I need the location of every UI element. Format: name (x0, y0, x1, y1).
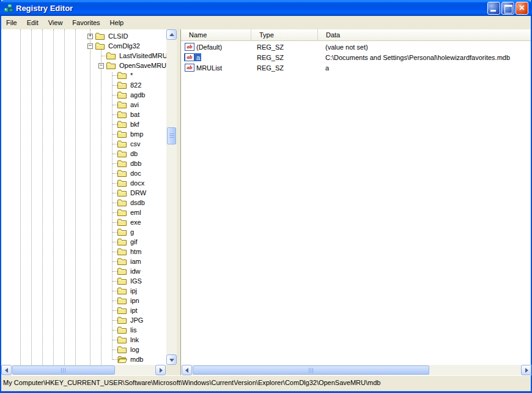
tree-item-dsdb[interactable]: −dsdb (108, 198, 145, 208)
tree-item-iam[interactable]: −iam (108, 256, 141, 266)
folder-icon (117, 130, 127, 138)
tree-item-log[interactable]: −log (108, 345, 139, 354)
tree-vscroll-thumb[interactable] (167, 127, 176, 144)
status-bar: My Computer\HKEY_CURRENT_USER\Software\M… (1, 375, 531, 390)
value-row[interactable]: abaREG_SZC:\Documents and Settings\Perso… (181, 52, 531, 62)
tree-item-lnk[interactable]: −lnk (108, 335, 139, 345)
window-title: Registry Editor (16, 4, 73, 13)
scroll-right-button[interactable] (155, 365, 166, 375)
tree-item-lastvisitedmru[interactable]: −LastVisitedMRU (97, 51, 166, 61)
expand-plus-icon[interactable]: + (87, 34, 93, 39)
tree-item-csv[interactable]: −csv (108, 139, 141, 149)
tree-horizontal-scrollbar[interactable] (1, 365, 166, 375)
tree-guide-line (31, 29, 32, 365)
tree-item-ipj[interactable]: −ipj (108, 286, 137, 296)
arrow-right-icon (525, 368, 528, 373)
close-button[interactable] (515, 2, 528, 15)
menu-edit[interactable]: Edit (22, 17, 43, 28)
minimize-button[interactable] (487, 2, 500, 15)
menu-bar: FileEditViewFavoritesHelp (1, 16, 531, 29)
tree-item-doc[interactable]: −doc (108, 168, 141, 178)
tree-item-ipn[interactable]: −ipn (108, 296, 139, 305)
tree-guide-line (53, 29, 54, 365)
registry-values-pane: Name Type Data ab(Default)REG_SZ(value n… (180, 29, 531, 375)
tree-item-htm[interactable]: −htm (108, 247, 141, 256)
menu-help[interactable]: Help (105, 17, 129, 28)
tree-item-label: lis (130, 325, 136, 335)
scroll-down-button[interactable] (166, 354, 177, 365)
tree-guide-line (20, 29, 21, 365)
column-header-name[interactable]: Name (181, 29, 251, 40)
scroll-left-button[interactable] (182, 365, 192, 375)
scroll-left-button[interactable] (1, 365, 12, 375)
string-value-icon: ab (185, 43, 194, 51)
tree-item-idw[interactable]: −idw (108, 266, 141, 276)
tree-item-label: CLSID (108, 31, 128, 41)
tree-vertical-scrollbar[interactable] (166, 29, 177, 365)
collapse-minus-icon[interactable]: − (98, 63, 104, 69)
collapse-minus-icon[interactable]: − (87, 43, 93, 49)
tree-item-bkf[interactable]: −bkf (108, 119, 139, 129)
tree-item-label: JPG (130, 315, 143, 325)
value-entry[interactable]: abMRUList (184, 64, 223, 72)
tree-item-g[interactable]: −g (108, 227, 134, 237)
folder-icon (117, 121, 127, 129)
tree-item-ipt[interactable]: −ipt (108, 305, 138, 315)
title-bar[interactable]: Registry Editor (0, 0, 532, 16)
tree-hscroll-thumb[interactable] (12, 365, 115, 375)
tree-guide-line (42, 29, 43, 365)
value-row[interactable]: ab(Default)REG_SZ(value not set) (181, 42, 531, 52)
tree-item-label: OpenSaveMRU (119, 61, 166, 70)
tree-item-jpg[interactable]: −JPG (108, 315, 143, 325)
column-header-type[interactable]: Type (251, 29, 318, 40)
tree-item-comdlg32[interactable]: −ComDlg32 (86, 41, 140, 51)
tree-item-bat[interactable]: −bat (108, 110, 139, 119)
tree-item-igs[interactable]: −IGS (108, 276, 142, 286)
value-name-cell: ab(Default) (181, 43, 251, 51)
menu-view[interactable]: View (43, 17, 68, 28)
value-type-cell: REG_SZ (251, 43, 318, 51)
tree-item-bmp[interactable]: −bmp (108, 129, 143, 139)
tree-item-exe[interactable]: −exe (108, 217, 141, 227)
value-entry[interactable]: ab(Default) (184, 43, 223, 51)
arrow-right-icon (160, 368, 163, 373)
menu-file[interactable]: File (1, 17, 22, 28)
tree-item-agdb[interactable]: −agdb (108, 90, 145, 100)
tree-item-opensavemru[interactable]: −OpenSaveMRU (97, 61, 166, 70)
tree-item-label: dsdb (130, 198, 145, 208)
scroll-right-button[interactable] (521, 365, 531, 375)
tree-item-db[interactable]: −db (108, 149, 138, 159)
tree-item-[interactable]: −* (108, 70, 133, 80)
folder-icon (117, 287, 127, 295)
tree-item-avi[interactable]: −avi (108, 100, 139, 110)
tree-guide-line (90, 29, 91, 365)
registry-tree[interactable]: +CLSID−ComDlg32−LastVisitedMRU−OpenSaveM… (1, 29, 166, 365)
tree-item-lis[interactable]: −lis (108, 325, 136, 335)
selected-value[interactable]: aba (184, 53, 201, 61)
tree-item-eml[interactable]: −eml (108, 208, 141, 217)
value-name: a (196, 54, 200, 61)
tree-item-label: mdb (130, 354, 143, 364)
tree-item-822[interactable]: −822 (108, 80, 141, 90)
tree-guide-line (75, 29, 76, 365)
tree-item-label: lnk (130, 335, 139, 345)
tree-guide-line (64, 29, 65, 365)
tree-item-gif[interactable]: −gif (108, 237, 138, 247)
value-row[interactable]: abMRUListREG_SZa (181, 62, 531, 73)
tree-item-docx[interactable]: −docx (108, 178, 144, 188)
value-name: (Default) (196, 43, 222, 51)
list-hscroll-thumb[interactable] (193, 365, 429, 375)
tree-item-drw[interactable]: −DRW (108, 188, 146, 198)
tree-item-label: dbb (130, 159, 141, 168)
folder-open-icon (117, 356, 127, 364)
tree-item-dbb[interactable]: −dbb (108, 159, 141, 168)
tree-item-clsid[interactable]: +CLSID (86, 31, 128, 41)
folder-icon (117, 160, 127, 168)
maximize-button[interactable] (501, 2, 514, 15)
menu-favorites[interactable]: Favorites (67, 17, 105, 28)
value-name-cell: aba (181, 53, 251, 61)
scroll-up-button[interactable] (166, 29, 177, 40)
tree-item-mdb[interactable]: −mdb (108, 354, 143, 364)
column-header-data[interactable]: Data (318, 29, 531, 40)
list-horizontal-scrollbar[interactable] (182, 365, 531, 375)
